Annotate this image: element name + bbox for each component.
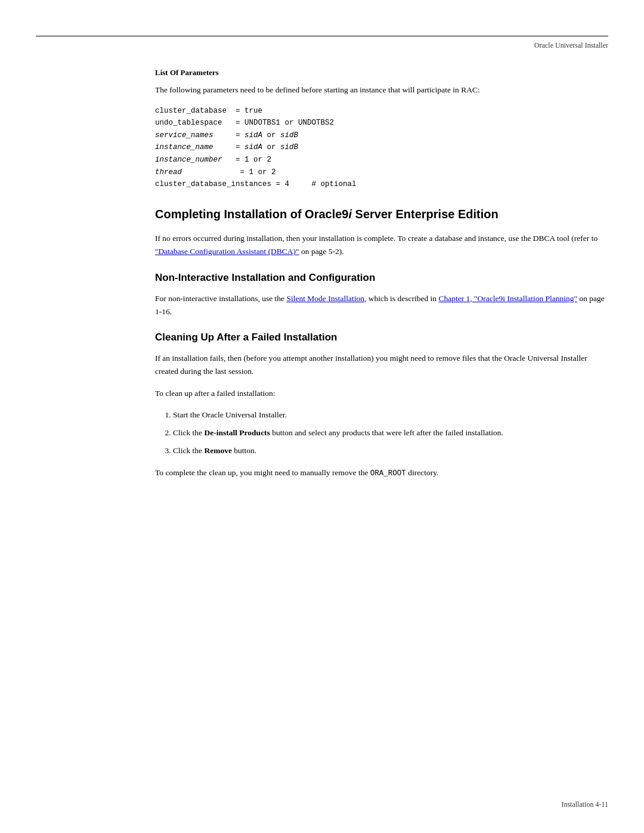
completing-body-suffix: on page 5-2). <box>299 247 344 256</box>
cleaning-section: Cleaning Up After a Failed Installation … <box>155 332 608 479</box>
step-2-suffix: button and select any products that were… <box>270 428 503 437</box>
code-line-1: cluster_database = true <box>155 105 608 117</box>
step-3-suffix: button. <box>232 446 256 455</box>
step-2-bold: De-install Products <box>205 428 270 437</box>
step-1: Start the Oracle Universal Installer. <box>173 408 608 422</box>
step-2-prefix: Click the <box>173 428 205 437</box>
list-of-parameters-intro: The following parameters need to be defi… <box>155 83 608 97</box>
header-right: Oracle Universal Installer <box>0 41 644 50</box>
completing-heading-prefix: Completing Installation of Oracle9 <box>155 208 349 221</box>
cleaning-heading: Cleaning Up After a Failed Installation <box>155 332 608 343</box>
step-1-text: Start the Oracle Universal Installer. <box>173 410 287 419</box>
step-3-bold: Remove <box>205 446 232 455</box>
footer-text: Installation 4-11 <box>561 800 608 809</box>
completing-heading-suffix: Server Enterprise Edition <box>352 208 499 221</box>
list-of-parameters-section: List Of Parameters The following paramet… <box>155 68 608 191</box>
step-3-prefix: Click the <box>173 446 205 455</box>
footer-area: Installation 4-11 <box>0 800 644 809</box>
completing-heading: Completing Installation of Oracle9i Serv… <box>155 208 608 221</box>
non-interactive-body: For non-interactive installations, use t… <box>155 292 608 319</box>
code-line-5: instance_number = 1 or 2 <box>155 154 608 166</box>
code-line-4: instance_name = sidA or sidB <box>155 141 608 154</box>
step-3: Click the Remove button. <box>173 444 608 457</box>
code-line-6: thread = 1 or 2 <box>155 166 608 179</box>
list-of-parameters-label: List Of Parameters <box>155 68 608 78</box>
completing-body-text: If no errors occurred during installatio… <box>155 234 597 243</box>
step-2: Click the De-install Products button and… <box>173 426 608 439</box>
dbca-link[interactable]: "Database Configuration Assistant (DBCA)… <box>155 247 299 256</box>
cleaning-para1: If an installation fails, then (before y… <box>155 352 608 379</box>
cleaning-para3-suffix: directory. <box>406 468 439 477</box>
non-interactive-prefix: For non-interactive installations, use t… <box>155 294 286 303</box>
completing-body: If no errors occurred during installatio… <box>155 232 608 259</box>
cleaning-steps: Start the Oracle Universal Installer. Cl… <box>167 408 608 458</box>
non-interactive-section: Non-Interactive Installation and Configu… <box>155 272 608 319</box>
cleaning-para3-prefix: To complete the clean up, you might need… <box>155 468 370 477</box>
code-block: cluster_database = true undo_tablespace … <box>155 105 608 191</box>
code-line-2: undo_tablespace = UNDOTBS1 or UNDOTBS2 <box>155 117 608 129</box>
page-container: Oracle Universal Installer List Of Param… <box>0 0 644 833</box>
code-line-3: service_names = sidA or sidB <box>155 129 608 142</box>
header-rule <box>36 36 608 36</box>
silent-mode-link[interactable]: Silent Mode Installation <box>286 294 364 303</box>
content-area: List Of Parameters The following paramet… <box>0 68 644 479</box>
chapter1-link[interactable]: Chapter 1, "Oracle9i Installation Planni… <box>438 294 577 303</box>
code-line-7: cluster_database_instances = 4 # optiona… <box>155 178 608 191</box>
completing-section: Completing Installation of Oracle9i Serv… <box>155 208 608 259</box>
header-title: Oracle Universal Installer <box>534 41 608 49</box>
cleaning-para3-code: ORA_ROOT <box>370 469 406 478</box>
non-interactive-heading: Non-Interactive Installation and Configu… <box>155 272 608 284</box>
cleaning-para3: To complete the clean up, you might need… <box>155 466 608 480</box>
cleaning-para2: To clean up after a failed installation: <box>155 387 608 400</box>
non-interactive-middle: , which is described in <box>364 294 438 303</box>
